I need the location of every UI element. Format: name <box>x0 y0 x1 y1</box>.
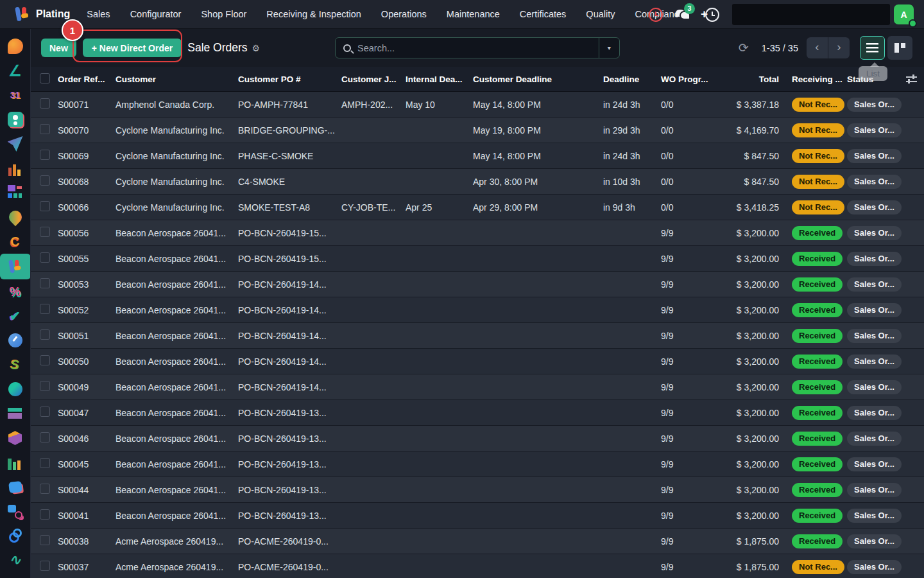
header-ref[interactable]: Order Ref... <box>55 74 113 84</box>
app-recruitment-icon[interactable] <box>0 499 31 523</box>
app-sign-icon[interactable]: ∿ <box>0 548 31 572</box>
new-button[interactable]: New <box>41 39 76 57</box>
new-direct-order-button[interactable]: + New Direct Order <box>83 39 182 57</box>
header-po[interactable]: Customer PO # <box>235 74 339 84</box>
app-accounting-icon[interactable] <box>0 450 31 475</box>
chat-icon[interactable]: 3 <box>676 8 690 22</box>
app-title[interactable]: Plating <box>36 8 70 20</box>
table-row-s00037[interactable]: S00037Acme Aerospace 260419...PO-ACME-26… <box>31 554 924 578</box>
table-row-s00056[interactable]: S00056Beacon Aerospace 26041...PO-BCN-26… <box>31 220 924 246</box>
table-row-s00044[interactable]: S00044Beacon Aerospace 26041...PO-BCN-26… <box>31 477 924 503</box>
row-checkbox[interactable] <box>40 227 50 237</box>
pager-previous-button[interactable]: ‹ <box>807 37 828 58</box>
row-checkbox[interactable] <box>40 98 50 109</box>
row-checkbox[interactable] <box>40 561 50 571</box>
nav-menu-item-maintenance[interactable]: Maintenance <box>447 9 500 19</box>
activities-icon[interactable] <box>649 8 663 22</box>
nav-menu-item-operations[interactable]: Operations <box>381 9 427 19</box>
optional-columns-icon[interactable] <box>906 74 917 83</box>
search-filters-dropdown[interactable]: ▼ <box>599 37 619 58</box>
table-row-s00051[interactable]: S00051Beacon Aerospace 26041...PO-BCN-26… <box>31 323 924 349</box>
header-cjob[interactable]: Customer J... <box>339 74 403 84</box>
app-contacts-icon[interactable] <box>0 107 31 132</box>
app-website-icon[interactable] <box>0 377 31 401</box>
app-plating-icon[interactable] <box>0 254 31 279</box>
table-row-s00071[interactable]: S00071Amphenol Canada Corp.PO-AMPH-77841… <box>31 92 924 118</box>
app-percent-icon[interactable]: % <box>0 279 31 304</box>
search-bar[interactable]: ▼ <box>335 37 620 58</box>
cell-total: $ 3,200.00 <box>715 434 783 444</box>
row-checkbox[interactable] <box>40 201 50 211</box>
nav-menu-item-sales[interactable]: Sales <box>87 9 110 19</box>
action-gear-icon[interactable]: ⚙ <box>252 43 261 53</box>
row-checkbox[interactable] <box>40 458 50 468</box>
row-checkbox[interactable] <box>40 535 50 545</box>
row-checkbox[interactable] <box>40 509 50 520</box>
table-row-s00069[interactable]: S00069Cyclone Manufacturing Inc.PHASE-C-… <box>31 143 924 169</box>
app-todo-icon[interactable]: ✔ <box>0 304 31 328</box>
app-more-icon[interactable] <box>0 572 31 578</box>
row-checkbox[interactable] <box>40 150 50 160</box>
app-integrations-icon[interactable] <box>0 523 31 548</box>
app-discuss-icon[interactable] <box>0 34 31 58</box>
app-manufacturing-icon[interactable] <box>0 426 31 450</box>
table-row-s00055[interactable]: S00055Beacon Aerospace 26041...PO-BCN-26… <box>31 246 924 272</box>
plating-logo-icon[interactable] <box>14 6 31 22</box>
table-row-s00047[interactable]: S00047Beacon Aerospace 26041...PO-BCN-26… <box>31 400 924 426</box>
table-row-s00070[interactable]: S00070Cyclone Manufacturing Inc.BRIDGE-G… <box>31 118 924 143</box>
app-crm-icon[interactable]: C <box>0 229 31 254</box>
row-checkbox[interactable] <box>40 124 50 134</box>
nav-menu-item-shop-floor[interactable]: Shop Floor <box>201 9 246 19</box>
user-menu[interactable]: A <box>894 4 914 24</box>
header-receiving[interactable]: Receiving ... <box>783 74 841 84</box>
row-checkbox[interactable] <box>40 278 50 288</box>
row-checkbox[interactable] <box>40 407 50 417</box>
row-checkbox[interactable] <box>40 175 50 186</box>
row-checkbox[interactable] <box>40 329 50 340</box>
select-all-checkbox[interactable] <box>40 73 50 83</box>
table-row-s00049[interactable]: S00049Beacon Aerospace 26041...PO-BCN-26… <box>31 374 924 400</box>
cell-cjob: CY-JOB-TE... <box>339 202 403 213</box>
kanban-view-button[interactable] <box>887 36 912 60</box>
app-inventory-icon[interactable] <box>0 401 31 426</box>
app-calendar-icon[interactable]: 31 <box>0 83 31 107</box>
header-deadline[interactable]: Deadline <box>601 74 658 84</box>
row-checkbox[interactable] <box>40 381 50 391</box>
table-row-s00068[interactable]: S00068Cyclone Manufacturing Inc.C4-SMOKE… <box>31 169 924 195</box>
pager-next-button[interactable]: › <box>828 37 850 58</box>
header-cdeadline[interactable]: Customer Deadline <box>470 74 601 84</box>
nav-menu-item-certificates[interactable]: Certificates <box>520 9 567 19</box>
row-checkbox[interactable] <box>40 355 50 365</box>
table-row-s00041[interactable]: S00041Beacon Aerospace 26041...PO-BCN-26… <box>31 503 924 529</box>
header-customer[interactable]: Customer <box>113 74 235 84</box>
search-input[interactable] <box>351 43 599 53</box>
table-row-s00052[interactable]: S00052Beacon Aerospace 26041...PO-BCN-26… <box>31 297 924 323</box>
table-row-s00053[interactable]: S00053Beacon Aerospace 26041...PO-BCN-26… <box>31 272 924 297</box>
nav-menu-item-configurator[interactable]: Configurator <box>130 9 182 19</box>
table-row-s00066[interactable]: S00066Cyclone Manufacturing Inc.SMOKE-TE… <box>31 195 924 220</box>
nav-menu-item-receiving-inspection[interactable]: Receiving & Inspection <box>266 9 361 19</box>
app-dashboards-icon[interactable] <box>0 180 31 205</box>
row-checkbox[interactable] <box>40 484 50 494</box>
header-total[interactable]: Total <box>715 74 783 84</box>
app-timesheets-icon[interactable] <box>0 328 31 353</box>
row-checkbox[interactable] <box>40 304 50 314</box>
app-field-service-icon[interactable] <box>0 205 31 229</box>
row-checkbox[interactable] <box>40 252 50 263</box>
row-checkbox[interactable] <box>40 432 50 442</box>
table-row-s00038[interactable]: S00038Acme Aerospace 260419...PO-ACME-26… <box>31 529 924 554</box>
list-view-button[interactable] <box>860 36 885 60</box>
header-ideadline[interactable]: Internal Dea... <box>403 74 470 84</box>
app-notes-icon[interactable]: ∠ <box>0 58 31 83</box>
nav-menu-item-quality[interactable]: Quality <box>586 9 615 19</box>
refresh-icon[interactable]: ⟳ <box>739 40 749 55</box>
app-sales-icon[interactable] <box>0 132 31 156</box>
app-knowledge-icon[interactable] <box>0 475 31 499</box>
app-studio-icon[interactable]: S <box>0 353 31 377</box>
recent-activity-clock-icon[interactable] <box>705 8 719 22</box>
header-wo[interactable]: WO Progr... <box>658 74 715 84</box>
table-row-s00045[interactable]: S00045Beacon Aerospace 26041...PO-BCN-26… <box>31 451 924 477</box>
table-row-s00050[interactable]: S00050Beacon Aerospace 26041...PO-BCN-26… <box>31 349 924 374</box>
app-spreadsheet-icon[interactable] <box>0 156 31 180</box>
table-row-s00046[interactable]: S00046Beacon Aerospace 26041...PO-BCN-26… <box>31 426 924 451</box>
